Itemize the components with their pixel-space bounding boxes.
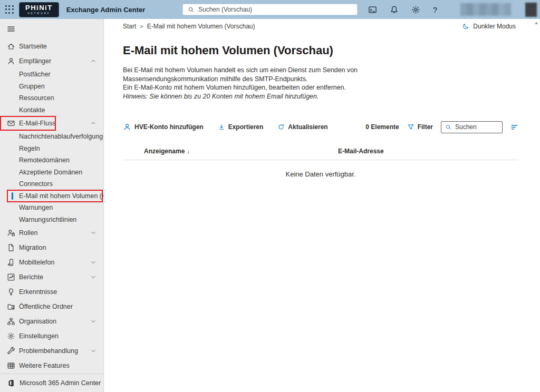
sidebar-item-label: Gruppen xyxy=(19,83,45,90)
sidebar-item-e-mail-fluss[interactable]: E-Mail-Fluss xyxy=(0,116,103,131)
chevron-down-icon xyxy=(90,230,97,236)
description-line: Ein E-Mail-Konto mit hohem Volumen hinzu… xyxy=(123,83,540,92)
sidebar-item-problembehandlung[interactable]: Problembehandlung xyxy=(0,344,103,358)
sidebar-item-ressourcen[interactable]: Ressourcen xyxy=(0,92,103,104)
sidebar-item-regeln[interactable]: Regeln xyxy=(0,143,103,155)
selection-indicator xyxy=(12,192,13,200)
list-search[interactable] xyxy=(441,121,503,133)
sidebar-item-label: E-Mail-Fluss xyxy=(19,120,55,127)
sidebar: StartseiteEmpfängerPostfächerGruppenRess… xyxy=(0,19,104,392)
sidebar-item-einstellungen[interactable]: Einstellungen xyxy=(0,329,103,344)
sidebar-item-startseite[interactable]: Startseite xyxy=(0,39,103,54)
sidebar-item-organisation[interactable]: Organisation xyxy=(0,314,103,329)
person-lock-icon xyxy=(7,229,15,237)
sidebar-item-connectors[interactable]: Connectors xyxy=(0,178,103,190)
column-header-anzeigename[interactable]: Anzeigename ↓ xyxy=(144,148,338,155)
global-search-input[interactable] xyxy=(198,6,352,13)
sidebar-item-label: Einstellungen xyxy=(19,332,59,340)
sidebar-item-label: Erkenntnisse xyxy=(19,288,57,296)
export-button[interactable]: Exportieren xyxy=(218,123,264,131)
chevron-up-icon xyxy=(90,58,97,64)
person-add-icon xyxy=(123,123,131,131)
customize-columns-icon[interactable] xyxy=(510,123,518,131)
items-count: 0 Elemente xyxy=(365,123,399,131)
sidebar-nav: StartseiteEmpfängerPostfächerGruppenRess… xyxy=(0,39,103,374)
avatar[interactable] xyxy=(525,3,537,17)
sidebar-item-remotedom-nen[interactable]: Remotedomänen xyxy=(0,154,103,166)
sidebar-item-label: Weitere Features xyxy=(19,362,70,369)
sidebar-item-erkenntnisse[interactable]: Erkenntnisse xyxy=(0,285,103,299)
office-icon xyxy=(7,379,15,387)
filter-button[interactable]: Filter xyxy=(407,123,433,131)
sidebar-item-empf-nger[interactable]: Empfänger xyxy=(0,54,103,68)
lightbulb-icon xyxy=(7,288,15,296)
sidebar-item-m365-admin-center[interactable]: Microsoft 365 Admin Center xyxy=(0,374,103,392)
grid-icon xyxy=(7,361,15,370)
sidebar-item-weitere-features[interactable]: Weitere Features xyxy=(0,358,103,373)
sidebar-item-nachrichtenablaufverfolgung[interactable]: Nachrichtenablaufverfolgung xyxy=(0,131,103,143)
download-icon xyxy=(218,123,225,131)
wrench-icon xyxy=(7,347,15,355)
terminal-icon[interactable] xyxy=(368,5,377,14)
dark-mode-toggle[interactable]: Dunkler Modus xyxy=(462,23,516,30)
topbar: PHiNiT NETWORK Exchange Admin Center ? xyxy=(0,0,540,19)
column-header-email-adresse[interactable]: E-Mail-Adresse xyxy=(338,148,518,155)
app-title: Exchange Admin Center xyxy=(66,6,146,14)
sidebar-item-gruppen[interactable]: Gruppen xyxy=(0,81,103,93)
chevron-down-icon xyxy=(90,348,97,354)
sidebar-item-migration[interactable]: Migration xyxy=(0,240,103,255)
sidebar-item-label: Postfächer xyxy=(19,71,51,78)
chevron-down-icon xyxy=(90,259,97,266)
breadcrumb: Start > E-Mail mit hohem Volumen (Vorsch… xyxy=(123,23,540,30)
refresh-button[interactable]: Aktualisieren xyxy=(277,123,327,131)
sidebar-item-label: Mobiltelefon xyxy=(19,259,54,266)
empty-state-message: Keine Daten verfügbar. xyxy=(123,170,518,178)
help-icon[interactable]: ? xyxy=(433,5,437,14)
sidebar-item-akzeptierte-dom-nen[interactable]: Akzeptierte Domänen xyxy=(0,166,103,179)
sidebar-item-postf-cher[interactable]: Postfächer xyxy=(0,68,103,81)
sidebar-item-warnungsrichtlinien[interactable]: Warnungsrichtlinien xyxy=(0,214,103,226)
sidebar-item-label: Akzeptierte Domänen xyxy=(19,169,82,176)
global-search[interactable] xyxy=(182,4,358,15)
gear-icon xyxy=(7,332,15,340)
breadcrumb-home[interactable]: Start xyxy=(123,23,136,30)
sidebar-item-warnungen[interactable]: Warnungen xyxy=(0,202,103,214)
redacted-user-name[interactable] xyxy=(460,3,511,16)
sidebar-item-label: Rollen xyxy=(19,229,37,237)
command-bar: HVE-Konto hinzufügen Exportieren Aktuali… xyxy=(123,121,540,133)
sidebar-item-label: Empfänger xyxy=(19,57,51,65)
export-label: Exportieren xyxy=(228,123,264,131)
sidebar-item-berichte[interactable]: Berichte xyxy=(0,270,103,285)
sidebar-item-label: Organisation xyxy=(19,318,56,325)
app-launcher-icon[interactable] xyxy=(4,4,15,15)
home-icon xyxy=(7,42,15,51)
chevron-up-icon xyxy=(90,120,97,126)
sidebar-item-rollen[interactable]: Rollen xyxy=(0,226,103,240)
column-label: Anzeigename xyxy=(144,148,185,155)
sidebar-item-label: Kontakte xyxy=(19,106,45,114)
collapse-menu-icon[interactable] xyxy=(0,22,103,36)
search-icon xyxy=(188,6,195,13)
main-content: Start > E-Mail mit hohem Volumen (Vorsch… xyxy=(104,19,540,392)
bell-icon[interactable] xyxy=(390,5,399,14)
scrollbar[interactable]: ▲ xyxy=(533,19,540,392)
gear-icon[interactable] xyxy=(411,5,420,14)
sidebar-item-e-mail-mit-hohem-volumen-vors[interactable]: E-Mail mit hohem Volumen (Vors... xyxy=(0,190,103,202)
sidebar-item-label: Öffentliche Ordner xyxy=(19,303,73,310)
org-icon xyxy=(7,317,15,326)
sidebar-item-mobiltelefon[interactable]: Mobiltelefon xyxy=(0,255,103,270)
org-logo: PHiNiT NETWORK xyxy=(19,2,59,17)
page-title: E-Mail mit hohem Volumen (Vorschau) xyxy=(123,44,540,57)
org-logo-text: PHiNiT xyxy=(25,4,53,11)
list-search-input[interactable] xyxy=(455,123,498,131)
sort-descending-icon: ↓ xyxy=(187,148,190,154)
sidebar-item-ffentliche-ordner[interactable]: Öffentliche Ordner xyxy=(0,299,103,314)
sidebar-item-label: Warnungen xyxy=(19,204,53,211)
table-header: Anzeigename ↓ E-Mail-Adresse xyxy=(123,148,540,155)
sidebar-item-label: E-Mail mit hohem Volumen (Vors... xyxy=(19,192,103,200)
refresh-label: Aktualisieren xyxy=(288,123,327,131)
sidebar-item-label: Startseite xyxy=(19,43,47,50)
sidebar-item-kontakte[interactable]: Kontakte xyxy=(0,104,103,116)
description-note: Hinweis: Sie können bis zu 20 Konten mit… xyxy=(123,92,540,101)
add-hve-account-button[interactable]: HVE-Konto hinzufügen xyxy=(123,123,204,131)
